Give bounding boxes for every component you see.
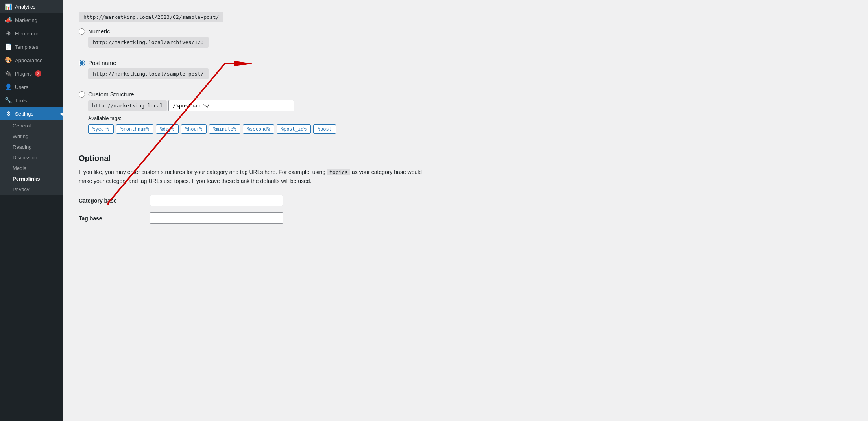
sidebar-item-analytics[interactable]: 📊 Analytics [0, 0, 63, 13]
sidebar-item-settings[interactable]: ⚙ Settings ◀ [0, 107, 63, 120]
tag-year[interactable]: %year% [88, 124, 114, 134]
sidebar-item-label: Settings [15, 111, 33, 117]
optional-description: If you like, you may enter custom struct… [79, 168, 433, 185]
sidebar-item-marketing[interactable]: 📣 Marketing [0, 13, 63, 27]
code-example: topics [327, 169, 350, 175]
tags-row: %year% %monthnum% %day% %hour% %minute% … [88, 124, 852, 134]
section-divider [79, 146, 852, 146]
tools-icon: 🔧 [5, 97, 12, 104]
sidebar-item-templates[interactable]: 📄 Templates [0, 40, 63, 54]
sidebar-item-label: Users [15, 84, 28, 90]
submenu-item-discussion[interactable]: Discussion [0, 152, 63, 163]
sidebar-item-users[interactable]: 👤 Users [0, 80, 63, 94]
sidebar-item-tools[interactable]: 🔧 Tools [0, 94, 63, 107]
tag-base-label: Tag base [79, 215, 142, 222]
tag-base-row: Tag base [79, 212, 852, 224]
sidebar-item-label: Elementor [15, 31, 38, 37]
tag-hour[interactable]: %hour% [181, 124, 207, 134]
sidebar: 📊 Analytics 📣 Marketing ⊕ Elementor 📄 Te… [0, 0, 63, 421]
sidebar-item-label: Plugins [15, 71, 32, 77]
settings-submenu: General Writing Reading Discussion Media… [0, 120, 63, 195]
elementor-icon: ⊕ [5, 30, 12, 37]
postname-url: http://marketking.local/sample-post/ [88, 68, 209, 79]
radio-custom-label[interactable]: Custom Structure [88, 91, 134, 98]
sidebar-item-label: Appearance [15, 57, 42, 63]
submenu-item-general[interactable]: General [0, 120, 63, 131]
sidebar-item-label: Marketing [15, 17, 37, 23]
main-content: http://marketking.local/2023/02/sample-p… [63, 0, 868, 421]
content-area: http://marketking.local/2023/02/sample-p… [79, 12, 852, 224]
sidebar-item-elementor[interactable]: ⊕ Elementor [0, 27, 63, 40]
analytics-icon: 📊 [5, 3, 12, 10]
plugins-badge: 2 [35, 70, 41, 77]
radio-option-numeric: Numeric http://marketking.local/archives… [79, 28, 852, 53]
tag-post-id[interactable]: %post_id% [277, 124, 311, 134]
submenu-item-permalinks[interactable]: Permalinks [0, 174, 63, 184]
sidebar-item-label: Templates [15, 44, 38, 50]
sidebar-item-appearance[interactable]: 🎨 Appearance [0, 54, 63, 67]
radio-numeric[interactable] [79, 28, 85, 35]
sidebar-item-label: Tools [15, 98, 27, 103]
tag-base-input[interactable] [150, 212, 283, 224]
radio-numeric-label[interactable]: Numeric [88, 28, 110, 35]
submenu-item-media[interactable]: Media [0, 163, 63, 174]
url-top-display: http://marketking.local/2023/02/sample-p… [79, 12, 223, 22]
submenu-item-privacy[interactable]: Privacy [0, 184, 63, 195]
settings-icon: ⚙ [5, 110, 12, 117]
sidebar-item-label: Analytics [15, 4, 35, 10]
marketing-icon: 📣 [5, 17, 12, 24]
tag-day[interactable]: %day% [156, 124, 179, 134]
users-icon: 👤 [5, 83, 12, 90]
category-base-label: Category base [79, 198, 142, 204]
numeric-url: http://marketking.local/archives/123 [88, 37, 209, 48]
radio-postname[interactable] [79, 60, 85, 66]
appearance-icon: 🎨 [5, 57, 12, 64]
radio-custom[interactable] [79, 91, 85, 98]
tag-minute[interactable]: %minute% [209, 124, 240, 134]
plugins-icon: 🔌 [5, 70, 12, 77]
sidebar-item-plugins[interactable]: 🔌 Plugins 2 [0, 67, 63, 80]
submenu-item-writing[interactable]: Writing [0, 131, 63, 142]
custom-structure-row: http://marketking.local [88, 100, 852, 111]
tag-monthnum[interactable]: %monthnum% [116, 124, 153, 134]
tag-post[interactable]: %post [313, 124, 336, 134]
submenu-item-reading[interactable]: Reading [0, 142, 63, 152]
radio-option-custom: Custom Structure http://marketking.local… [79, 91, 852, 134]
optional-section: Optional If you like, you may enter cust… [79, 154, 852, 224]
settings-arrow: ◀ [59, 111, 63, 116]
available-tags-label: Available tags: [88, 115, 852, 121]
category-base-input[interactable] [150, 195, 283, 206]
tag-second[interactable]: %second% [243, 124, 274, 134]
custom-structure-input[interactable] [168, 100, 294, 111]
custom-url-prefix: http://marketking.local [88, 100, 167, 111]
radio-postname-label[interactable]: Post name [88, 59, 116, 66]
radio-option-postname: Post name http://marketking.local/sample… [79, 59, 852, 85]
category-base-row: Category base [79, 195, 852, 206]
templates-icon: 📄 [5, 43, 12, 50]
optional-title: Optional [79, 154, 852, 163]
